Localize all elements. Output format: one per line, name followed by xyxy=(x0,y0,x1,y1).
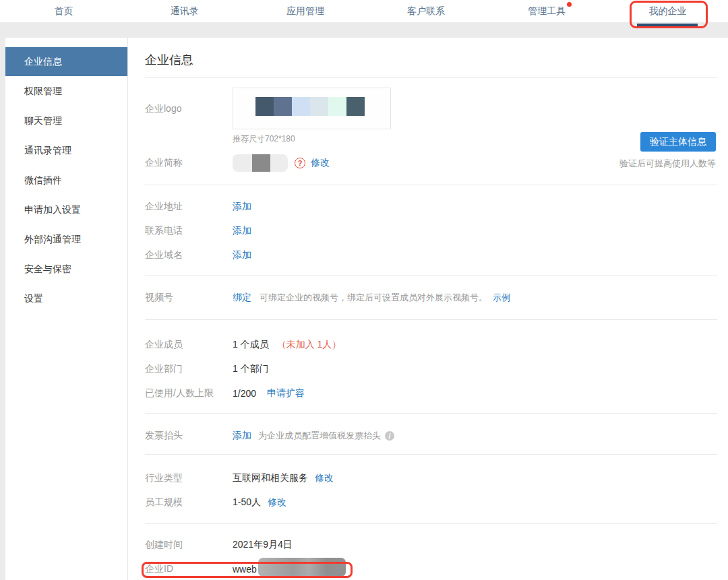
logo-size-hint: 推荐尺寸702*180 xyxy=(233,133,391,145)
corp-id-row: 企业ID wweb xyxy=(145,557,717,580)
redacted-logo-blur xyxy=(255,97,365,116)
video-channel-label: 视频号 xyxy=(145,292,233,304)
sidebar-item-join-settings[interactable]: 申请加入设置 xyxy=(5,195,127,224)
domain-label: 企业域名 xyxy=(145,249,233,261)
company-logo-value: 推荐尺寸702*180 xyxy=(233,88,391,145)
sidebar-item-company-info[interactable]: 企业信息 xyxy=(5,47,127,76)
verify-note: 验证后可提高使用人数等 xyxy=(619,158,716,170)
invoice-add-link[interactable]: 添加 xyxy=(233,430,251,442)
departments-count: 1 个部门 xyxy=(233,363,269,375)
phone-add-link[interactable]: 添加 xyxy=(233,225,251,237)
invoice-label: 发票抬头 xyxy=(145,430,233,442)
staff-scale-row: 员工规模 1-50人 修改 xyxy=(145,490,717,515)
divider xyxy=(145,413,717,414)
domain-add-link[interactable]: 添加 xyxy=(233,249,251,261)
company-domain-row: 企业域名 添加 xyxy=(145,243,717,267)
nav-item-apps[interactable]: 应用管理 xyxy=(245,0,365,22)
video-channel-row: 视频号 绑定 可绑定企业的视频号，绑定后可设置成员对外展示视频号。 示例 xyxy=(145,286,717,310)
sidebar-item-contacts-mgmt[interactable]: 通讯录管理 xyxy=(5,135,127,165)
help-question-icon[interactable]: ? xyxy=(295,158,305,168)
sidebar-item-chat-mgmt[interactable]: 聊天管理 xyxy=(5,106,127,135)
divider xyxy=(145,454,717,455)
nav-item-home[interactable]: 首页 xyxy=(3,0,124,22)
video-example-link[interactable]: 示例 xyxy=(493,292,510,304)
scale-label: 员工规模 xyxy=(145,496,233,509)
redacted-short-name-blur xyxy=(233,154,288,172)
members-count: 1 个成员 xyxy=(233,339,269,351)
content-wrapper: 企业信息 权限管理 聊天管理 通讯录管理 微信插件 申请加入设置 外部沟通管理 … xyxy=(5,38,728,580)
corp-id-label: 企业ID xyxy=(145,563,233,575)
sidebar-item-settings[interactable]: 设置 xyxy=(5,284,127,313)
industry-row: 行业类型 互联网和相关服务 修改 xyxy=(145,466,717,490)
created-value: 2021年9月4日 xyxy=(233,539,293,551)
divider xyxy=(145,523,717,524)
scale-value: 1-50人 xyxy=(233,496,261,509)
invoice-row: 发票抬头 添加 为企业成员配置增值税发票抬头 i xyxy=(145,424,717,448)
usage-value: 1/200 xyxy=(233,388,256,399)
sidebar-item-external-comm[interactable]: 外部沟通管理 xyxy=(5,224,127,254)
created-time-row: 创建时间 2021年9月4日 xyxy=(145,533,717,557)
top-nav: 首页 通讯录 应用管理 客户联系 管理工具 我的企业 xyxy=(0,0,728,22)
members-not-joined-warning: （未加入 1人） xyxy=(277,339,342,351)
short-name-label: 企业简称 xyxy=(145,157,233,169)
sidebar-item-permissions[interactable]: 权限管理 xyxy=(5,76,127,106)
divider xyxy=(145,275,717,276)
main-panel: 企业信息 验证主体信息 验证后可提高使用人数等 企业logo 推荐尺寸702*1… xyxy=(128,38,728,580)
company-logo-image[interactable] xyxy=(233,88,391,129)
expand-capacity-link[interactable]: 申请扩容 xyxy=(267,387,305,399)
created-label: 创建时间 xyxy=(145,539,233,551)
industry-value: 互联网和相关服务 xyxy=(233,472,308,484)
info-icon[interactable]: i xyxy=(385,431,394,441)
industry-label: 行业类型 xyxy=(145,472,233,484)
scale-edit-link[interactable]: 修改 xyxy=(268,496,286,509)
industry-edit-link[interactable]: 修改 xyxy=(315,472,334,484)
sidebar-item-wechat-plugin[interactable]: 微信插件 xyxy=(5,165,127,195)
contact-phone-row: 联系电话 添加 xyxy=(145,219,717,243)
nav-item-my-company[interactable]: 我的企业 xyxy=(607,0,728,22)
sidebar-item-security[interactable]: 安全与保密 xyxy=(5,254,127,284)
verify-block: 验证主体信息 验证后可提高使用人数等 xyxy=(619,132,716,170)
members-label: 企业成员 xyxy=(145,339,233,351)
verify-subject-button[interactable]: 验证主体信息 xyxy=(640,132,716,152)
nav-item-tools[interactable]: 管理工具 xyxy=(487,0,607,22)
company-address-row: 企业地址 添加 xyxy=(145,195,717,219)
departments-row: 企业部门 1 个部门 xyxy=(145,357,717,381)
redacted-corp-id-blur xyxy=(258,558,346,577)
divider xyxy=(145,77,717,78)
divider xyxy=(145,319,717,320)
phone-label: 联系电话 xyxy=(145,225,233,237)
corp-id-value-prefix: wweb xyxy=(233,564,257,575)
invoice-desc: 为企业成员配置增值税发票抬头 xyxy=(258,430,381,442)
video-desc: 可绑定企业的视频号，绑定后可设置成员对外展示视频号。 xyxy=(260,292,487,304)
nav-item-tools-label: 管理工具 xyxy=(528,5,566,16)
nav-item-contacts[interactable]: 通讯录 xyxy=(124,0,245,22)
sidebar: 企业信息 权限管理 聊天管理 通讯录管理 微信插件 申请加入设置 外部沟通管理 … xyxy=(5,38,128,580)
usage-label: 已使用/人数上限 xyxy=(145,387,233,399)
active-tab-underline xyxy=(637,24,698,26)
usage-row: 已使用/人数上限 1/200 申请扩容 xyxy=(145,381,717,406)
nav-item-my-company-label: 我的企业 xyxy=(648,5,686,16)
page-title: 企业信息 xyxy=(145,51,717,69)
members-row: 企业成员 1 个成员 （未加入 1人） xyxy=(145,333,717,357)
address-add-link[interactable]: 添加 xyxy=(233,201,251,213)
notification-dot-icon xyxy=(567,2,572,7)
departments-label: 企业部门 xyxy=(145,363,233,375)
nav-item-customers[interactable]: 客户联系 xyxy=(366,0,487,22)
divider xyxy=(145,185,717,185)
short-name-edit-link[interactable]: 修改 xyxy=(311,157,330,169)
address-label: 企业地址 xyxy=(145,201,233,213)
company-logo-label: 企业logo xyxy=(145,88,233,115)
video-bind-link[interactable]: 绑定 xyxy=(233,292,251,304)
